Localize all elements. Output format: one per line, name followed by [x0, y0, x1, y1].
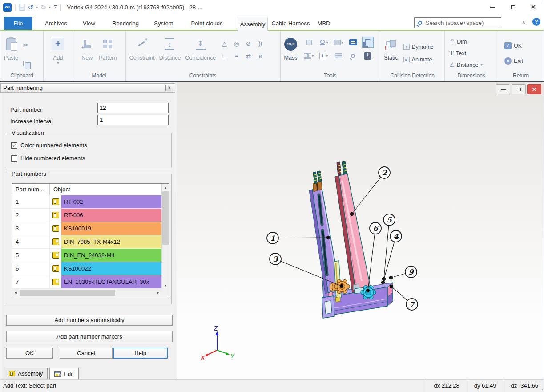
table-row[interactable]: 3KS100019	[12, 222, 161, 235]
cut-icon[interactable]: ✂	[20, 40, 32, 51]
table-tool-icon[interactable]: ▾	[334, 40, 343, 45]
zoom-tool-icon[interactable]	[351, 54, 355, 58]
add-button[interactable]: + Add ▾	[50, 34, 66, 73]
part-number-input[interactable]	[97, 103, 169, 113]
concentric-constraint-icon[interactable]: ◎	[234, 40, 239, 47]
perpendicular-constraint-icon[interactable]: ∟	[222, 53, 228, 60]
exit-button[interactable]: × Exit	[504, 56, 542, 66]
info-tool-icon[interactable]: i▾	[319, 53, 328, 59]
new-button[interactable]: New	[80, 34, 94, 73]
column-header-object[interactable]: Object	[50, 184, 70, 195]
search-box[interactable]	[414, 17, 501, 28]
clash-tool-icon[interactable]	[306, 40, 312, 45]
coincidence-button[interactable]: ↧ Coincidence	[183, 34, 218, 73]
tab-archives[interactable]: Archives	[38, 17, 74, 30]
part-numbers-table[interactable]: Part num... Object 1RT-0022RT-0063KS1000…	[12, 183, 169, 296]
color-numbered-checkbox[interactable]: ✓	[11, 142, 17, 149]
pattern-button[interactable]: Pattern	[97, 34, 118, 73]
minimize-button[interactable]	[482, 0, 503, 14]
tangent-constraint-icon[interactable]: ⊘	[246, 40, 251, 47]
viewport-close-icon[interactable]: ✕	[527, 84, 541, 94]
assembly-tab-icon	[9, 371, 15, 376]
copy-icon[interactable]	[20, 58, 32, 69]
fix-constraint-icon[interactable]: ø	[258, 53, 262, 60]
horizontal-scrollbar[interactable]: ◀ ▶	[12, 289, 161, 296]
table-row[interactable]: 2RT-006	[12, 209, 161, 222]
table-row[interactable]: 5DIN_EN_24032-M4	[12, 249, 161, 262]
ok-button[interactable]: ✓ OK	[504, 40, 542, 51]
scroll-right-icon[interactable]: ▶	[154, 289, 161, 296]
viewport-minimize-icon[interactable]	[496, 84, 510, 94]
increase-interval-input[interactable]	[97, 115, 169, 125]
vertical-scrollbar[interactable]: ▲ ▼	[161, 184, 169, 289]
table-row[interactable]: 6KS100022	[12, 262, 161, 275]
hide-numbered-checkbox[interactable]	[11, 155, 17, 162]
pin-tool-icon-selected[interactable]	[362, 37, 374, 48]
scroll-left-icon[interactable]: ◀	[12, 289, 19, 296]
resize-grip[interactable]	[539, 387, 543, 390]
color-numbered-checkbox-row[interactable]: ✓ Color numbered elements	[11, 142, 87, 149]
redo-dropdown-icon[interactable]: ▾	[49, 5, 51, 9]
constraint-button[interactable]: Constraint	[128, 34, 157, 73]
maximize-button[interactable]	[503, 0, 523, 14]
tab-cable-harness[interactable]: Cable Harness	[269, 17, 312, 30]
dim-button[interactable]: 45↔ Dim	[449, 36, 496, 47]
dynamic-collision-button[interactable]: ↕ Dynamic	[403, 42, 434, 53]
mass-button[interactable]: 10,0 Mass	[282, 34, 299, 73]
tab-view[interactable]: View	[76, 17, 102, 30]
tab-rendering[interactable]: Rendering	[105, 17, 145, 30]
dialog-title[interactable]: Part numbering ✕	[0, 83, 175, 93]
redo-icon[interactable]: ↻	[40, 4, 46, 11]
undo-icon[interactable]: ↺	[28, 4, 34, 11]
dialog-ok-button[interactable]: OK	[6, 348, 53, 359]
help-icon[interactable]: ?	[532, 18, 540, 26]
vertical-scroll-thumb[interactable]	[162, 191, 169, 245]
angle-constraint-icon[interactable]: △	[222, 40, 227, 47]
table-row[interactable]: 4DIN_7985_TX-M4x12	[12, 235, 161, 249]
bottom-tab-assembly[interactable]: Assembly	[4, 368, 48, 379]
static-collision-button[interactable]: ! Static	[382, 34, 399, 73]
dialog-help-button[interactable]: Help	[113, 348, 168, 359]
assembly-scene[interactable]: Z X Y 12365497	[177, 82, 544, 380]
equals-tool-icon[interactable]	[349, 39, 357, 45]
add-numbers-automatically-button[interactable]: Add numbers automatically	[6, 315, 173, 326]
animate-collision-button[interactable]: ▸ Animate	[403, 54, 434, 65]
equal-constraint-icon[interactable]: ⇄	[246, 53, 251, 60]
symmetry-constraint-icon[interactable]: )(	[258, 40, 262, 47]
tab-system[interactable]: System	[147, 17, 180, 30]
add-part-number-markers-button[interactable]: Add part number markers	[6, 331, 173, 342]
bottom-tab-edit[interactable]: Edit	[49, 368, 78, 380]
dialog-close-icon[interactable]: ✕	[165, 85, 173, 91]
search-input[interactable]	[426, 20, 492, 26]
customize-toolbar-icon[interactable]: ▾	[54, 5, 57, 9]
beam-tool-icon[interactable]: ▾	[304, 53, 314, 59]
model-viewport[interactable]: ✕	[177, 82, 544, 380]
paste-button[interactable]: Paste	[2, 34, 20, 73]
scroll-down-icon[interactable]: ▼	[162, 282, 169, 289]
tab-point-clouds[interactable]: Point clouds	[182, 17, 232, 30]
measure-tool-icon[interactable]: ▾	[319, 39, 328, 45]
distance-constraint-button[interactable]: ↕ Distance	[157, 34, 183, 73]
scroll-up-icon[interactable]: ▲	[162, 184, 169, 191]
hide-numbered-checkbox-row[interactable]: Hide numbered elements	[11, 155, 85, 162]
drawer-tool-icon[interactable]	[335, 53, 342, 58]
table-row[interactable]: 1RT-002	[12, 195, 161, 209]
warning-tool-icon[interactable]: !	[364, 52, 371, 60]
save-icon[interactable]	[19, 4, 25, 11]
tab-file[interactable]: File	[4, 17, 32, 30]
viewport-restore-icon[interactable]	[512, 84, 526, 94]
close-button[interactable]: ✕	[523, 0, 544, 14]
app-logo-icon[interactable]: G4	[3, 3, 12, 12]
column-header-part-number[interactable]: Part num...	[12, 184, 50, 195]
y-axis-label: Y	[230, 352, 235, 360]
undo-dropdown-icon[interactable]: ▾	[36, 5, 38, 9]
parallel-constraint-icon[interactable]: ≡	[235, 53, 238, 60]
tab-mbd[interactable]: MBD	[313, 17, 334, 30]
distance-dim-button[interactable]: ∠ Distance ▾	[449, 60, 496, 70]
collapse-ribbon-icon[interactable]: ∧	[522, 19, 526, 25]
tab-assembly[interactable]: Assembly	[238, 17, 268, 31]
table-row[interactable]: 7EN_10305-RECTANGULAR_30x	[12, 275, 161, 289]
text-button[interactable]: T Text	[449, 48, 496, 59]
dialog-cancel-button[interactable]: Cancel	[60, 348, 113, 359]
horizontal-scroll-thumb[interactable]	[20, 290, 115, 296]
